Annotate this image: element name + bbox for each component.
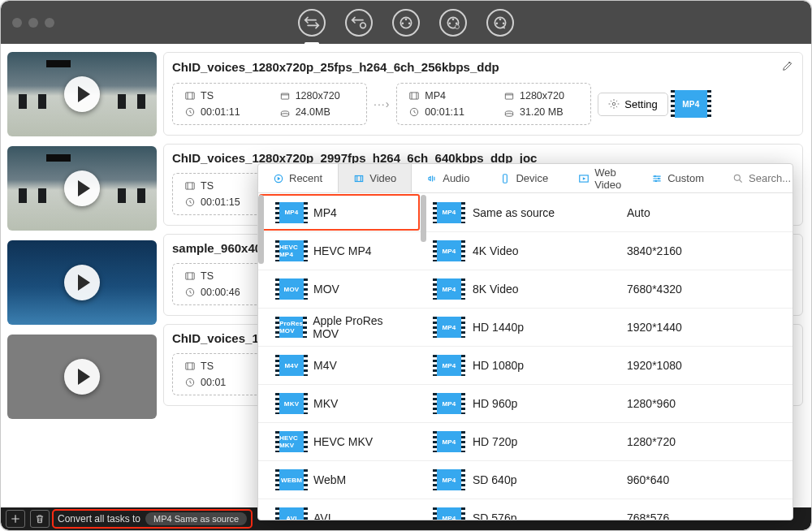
task-thumb-1[interactable] bbox=[7, 52, 157, 136]
format-badge-icon: ProRes MOV bbox=[279, 317, 303, 338]
tool-reel-3[interactable] bbox=[486, 9, 514, 37]
popup-search[interactable] bbox=[719, 164, 793, 192]
setting-button[interactable]: Setting bbox=[598, 93, 667, 116]
preset-name: HD 960p bbox=[473, 397, 617, 410]
preset-name: HD 720p bbox=[473, 435, 617, 448]
scrollbar[interactable] bbox=[258, 195, 264, 264]
svg-point-2 bbox=[405, 18, 408, 20]
output-format-button[interactable]: MP4 bbox=[675, 89, 707, 119]
svg-rect-17 bbox=[410, 93, 419, 99]
format-popup: Recent Video Audio Device Web Video Cust… bbox=[257, 163, 793, 520]
tab-custom[interactable]: Custom bbox=[637, 164, 719, 192]
minimize-dot[interactable] bbox=[28, 18, 38, 28]
svg-rect-16 bbox=[281, 93, 288, 99]
svg-point-32 bbox=[658, 177, 659, 179]
close-dot[interactable] bbox=[12, 18, 22, 28]
format-badge-icon: MP4 bbox=[437, 355, 461, 376]
task-thumb-4[interactable] bbox=[7, 335, 157, 419]
task-title: sample_960x400 bbox=[172, 241, 268, 255]
delete-task-button[interactable] bbox=[30, 510, 50, 528]
add-task-button[interactable] bbox=[6, 510, 25, 528]
format-label: WebM bbox=[313, 473, 346, 486]
tool-reel-1[interactable] bbox=[392, 9, 420, 37]
convert-all-dropdown[interactable]: MP4 Same as source bbox=[145, 512, 247, 525]
preset-row[interactable]: MP4HD 1440p1920*1440 bbox=[421, 308, 793, 346]
format-badge-icon: MP4 bbox=[437, 317, 461, 338]
tab-device[interactable]: Device bbox=[485, 164, 564, 192]
svg-point-33 bbox=[655, 179, 657, 181]
format-badge-icon: MP4 bbox=[437, 240, 461, 261]
thumbnail-column bbox=[1, 44, 163, 507]
preset-name: HD 1440p bbox=[473, 321, 617, 334]
format-label: MP4 bbox=[313, 206, 337, 219]
tab-video[interactable]: Video bbox=[338, 164, 412, 192]
search-input[interactable] bbox=[749, 172, 793, 184]
format-row[interactable]: MOVMOV bbox=[258, 270, 421, 308]
task-thumb-2[interactable] bbox=[7, 146, 157, 231]
task-thumb-3[interactable] bbox=[7, 240, 157, 325]
preset-row[interactable]: MP48K Video7680*4320 bbox=[421, 270, 793, 308]
format-label: M4V bbox=[313, 359, 337, 372]
format-row[interactable]: HEVC MKVHEVC MKV bbox=[258, 422, 421, 460]
format-row[interactable]: MKVMKV bbox=[258, 384, 421, 422]
format-row[interactable]: M4VM4V bbox=[258, 346, 421, 384]
preset-row[interactable]: MP4HD 960p1280*960 bbox=[421, 384, 793, 422]
svg-point-0 bbox=[361, 23, 366, 28]
edit-title-icon[interactable] bbox=[781, 59, 794, 75]
svg-point-7 bbox=[449, 22, 451, 24]
tab-audio[interactable]: Audio bbox=[412, 164, 485, 192]
play-icon bbox=[64, 359, 100, 395]
format-badge-icon: WEBM bbox=[279, 469, 304, 490]
format-label: AVI bbox=[313, 512, 331, 520]
tool-convert[interactable] bbox=[298, 9, 326, 37]
svg-rect-23 bbox=[186, 273, 195, 279]
format-badge-icon: M4V bbox=[279, 355, 304, 376]
format-row[interactable]: MP4MP4 bbox=[258, 193, 421, 231]
svg-rect-14 bbox=[186, 93, 195, 99]
svg-point-8 bbox=[456, 22, 458, 24]
svg-rect-21 bbox=[186, 183, 195, 189]
preset-name: SD 576p bbox=[473, 512, 617, 520]
svg-point-34 bbox=[734, 175, 740, 180]
format-list[interactable]: MP4MP4HEVC MP4HEVC MP4MOVMOVProRes MOVAp… bbox=[258, 193, 421, 520]
svg-rect-25 bbox=[186, 363, 195, 369]
arrow-icon: ···› bbox=[374, 97, 390, 110]
tab-webvideo[interactable]: Web Video bbox=[564, 164, 637, 192]
preset-row[interactable]: MP4HD 720p1280*720 bbox=[421, 422, 793, 460]
tool-reel-2[interactable] bbox=[439, 9, 467, 37]
format-label: MKV bbox=[313, 397, 338, 410]
format-row[interactable]: ProRes MOVApple ProRes MOV bbox=[258, 308, 421, 346]
format-label: HEVC MP4 bbox=[313, 244, 372, 257]
preset-list[interactable]: MP4Same as sourceAutoMP44K Video3840*216… bbox=[421, 193, 793, 520]
preset-row[interactable]: MP44K Video3840*2160 bbox=[421, 231, 793, 270]
task-title: ChID_voices_1280x720p_25fps_h264_6ch_256… bbox=[172, 60, 499, 74]
format-badge-icon: MP4 bbox=[437, 202, 461, 223]
preset-name: SD 640p bbox=[473, 473, 617, 486]
preset-resolution: 1920*1080 bbox=[627, 359, 749, 372]
zoom-dot[interactable] bbox=[45, 18, 54, 28]
tool-download[interactable] bbox=[345, 9, 373, 37]
format-row[interactable]: HEVC MP4HEVC MP4 bbox=[258, 231, 421, 270]
preset-row[interactable]: MP4HD 1080p1920*1080 bbox=[421, 346, 793, 384]
scrollbar[interactable] bbox=[421, 195, 426, 242]
preset-row[interactable]: MP4SD 576p768*576 bbox=[421, 499, 793, 520]
preset-resolution: Auto bbox=[627, 206, 749, 219]
titlebar bbox=[1, 1, 811, 44]
svg-point-9 bbox=[456, 24, 460, 28]
svg-point-11 bbox=[499, 18, 502, 20]
format-row[interactable]: AVIAVI bbox=[258, 499, 421, 520]
window-controls bbox=[12, 18, 54, 28]
tab-recent[interactable]: Recent bbox=[258, 164, 338, 192]
preset-row[interactable]: MP4Same as sourceAuto bbox=[421, 193, 793, 231]
format-row[interactable]: WEBMWebM bbox=[258, 460, 421, 499]
play-icon bbox=[64, 265, 100, 300]
format-badge-icon: MP4 bbox=[279, 202, 304, 223]
preset-resolution: 1280*720 bbox=[627, 435, 749, 448]
preset-resolution: 3840*2160 bbox=[627, 244, 749, 257]
format-badge-icon: MP4 bbox=[437, 431, 461, 452]
preset-name: HD 1080p bbox=[473, 359, 617, 372]
format-badge-icon: MP4 bbox=[437, 507, 461, 520]
preset-resolution: 1280*960 bbox=[627, 397, 749, 410]
svg-point-3 bbox=[402, 22, 404, 24]
preset-row[interactable]: MP4SD 640p960*640 bbox=[421, 460, 793, 499]
